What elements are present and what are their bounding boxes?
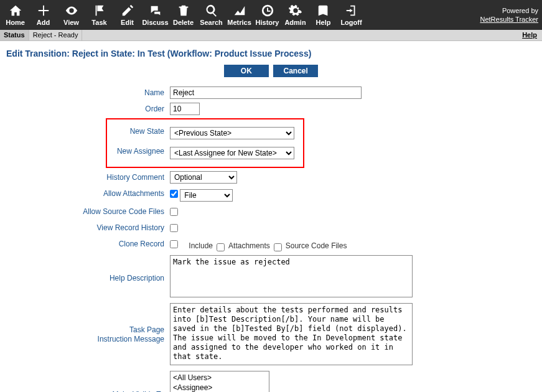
new-state-select[interactable]: <Previous State> (170, 127, 294, 139)
help-button[interactable]: Help (309, 0, 337, 30)
form-table: Name Order New State (6, 83, 536, 392)
clock-icon (261, 4, 274, 17)
view-button[interactable]: View (57, 0, 85, 30)
clone-attachments-checkbox[interactable] (217, 243, 225, 251)
help-description-label: Help Description (6, 254, 169, 300)
visibility-label: Make Visible To Users / User Groups (6, 370, 169, 393)
history-comment-label: History Comment (6, 170, 169, 184)
brand-link[interactable]: NetResults Tracker (480, 16, 538, 23)
admin-button[interactable]: Admin (281, 0, 309, 30)
history-comment-select[interactable]: Optional (170, 171, 237, 184)
task-instruction-textarea[interactable]: Enter details about the tests performed … (170, 303, 413, 365)
visibility-label-l1: Make Visible To (112, 390, 164, 393)
metrics-button[interactable]: Metrics (225, 0, 253, 30)
clone-record-checkbox[interactable] (170, 240, 178, 248)
toolbar-icon-group: Home Add View Task Edit Discuss Delete (1, 0, 365, 30)
eye-icon (65, 4, 78, 17)
chat-icon (149, 4, 162, 17)
allow-source-code-label: Allow Source Code Files (6, 205, 169, 218)
powered-by-label: Powered by (480, 6, 538, 15)
new-state-label: New State (110, 124, 169, 142)
toolbar-label-history: History (256, 19, 279, 26)
view-record-history-label: View Record History (6, 221, 169, 235)
add-button[interactable]: Add (29, 0, 57, 30)
toolbar-label-admin: Admin (284, 19, 306, 26)
page-title: Edit Transition: Reject in State: In Tes… (6, 49, 536, 58)
status-value: Reject - Ready (29, 30, 83, 40)
delete-button[interactable]: Delete (169, 0, 197, 30)
toolbar-label-task: Task (91, 19, 106, 26)
toolbar-label-discuss: Discuss (142, 19, 168, 26)
edit-button[interactable]: Edit (113, 0, 141, 30)
pencil-icon (121, 4, 134, 17)
history-button[interactable]: History (253, 0, 281, 30)
search-button[interactable]: Search (197, 0, 225, 30)
name-label: Name (6, 86, 169, 100)
status-strip-left: Status Reject - Ready (0, 30, 82, 40)
logoff-button[interactable]: Logoff (337, 0, 365, 30)
task-instruction-label-l1: Task Page (129, 325, 164, 334)
ok-button[interactable]: OK (224, 65, 269, 77)
clone-include-label: Include (189, 241, 213, 250)
new-assignee-label: New Assignee (110, 144, 169, 162)
flag-icon (93, 4, 106, 17)
allow-attachments-checkbox[interactable] (170, 190, 178, 198)
allow-source-code-checkbox[interactable] (170, 208, 178, 216)
home-icon (9, 4, 22, 17)
status-strip: Status Reject - Ready Help (0, 30, 542, 41)
cancel-button[interactable]: Cancel (273, 65, 318, 77)
clone-source-checkbox[interactable] (274, 243, 282, 251)
clone-attachments-label: Attachments (228, 241, 270, 250)
allow-attachments-type-select[interactable]: File (180, 189, 233, 202)
new-assignee-select[interactable]: <Last Assignee for New State> (170, 147, 294, 159)
status-label: Status (0, 30, 29, 40)
allow-attachments-label: Allow Attachments (6, 187, 169, 202)
toolbar-label-edit: Edit (121, 19, 134, 26)
chart-icon (233, 4, 246, 17)
toolbar-label-home: Home (6, 19, 25, 26)
toolbar-label-help: Help (316, 19, 331, 26)
toolbar-label-metrics: Metrics (227, 19, 251, 26)
name-input[interactable] (170, 86, 362, 99)
toolbar-label-add: Add (37, 19, 50, 26)
visibility-option-all-users[interactable]: <All Users> (172, 373, 268, 383)
order-label: Order (6, 102, 169, 116)
search-icon (205, 4, 218, 17)
view-record-history-checkbox[interactable] (170, 224, 178, 232)
toolbar-label-delete: Delete (173, 19, 194, 26)
discuss-button[interactable]: Discuss (141, 0, 169, 30)
task-instruction-label: Task Page Instruction Message (6, 302, 169, 368)
visibility-listbox[interactable]: <All Users> <Assignee> <State Manager> <… (170, 371, 269, 393)
plus-icon (37, 4, 50, 17)
book-icon (317, 4, 330, 17)
task-button[interactable]: Task (85, 0, 113, 30)
visibility-option-assignee[interactable]: <Assignee> (172, 383, 268, 393)
toolbar-branding: Powered by NetResults Tracker (480, 6, 538, 24)
toolbar-label-logoff: Logoff (340, 19, 362, 26)
trash-icon (177, 4, 190, 17)
logoff-icon (345, 4, 358, 17)
toolbar-label-view: View (63, 19, 79, 26)
gear-icon (289, 4, 302, 17)
toolbar-label-search: Search (200, 19, 223, 26)
help-description-textarea[interactable]: Mark the issue as rejected (170, 255, 413, 297)
clone-record-label: Clone Record (6, 237, 169, 252)
order-input[interactable] (170, 103, 200, 115)
clone-source-label: Source Code Files (286, 241, 347, 250)
task-instruction-label-l2: Instruction Message (98, 335, 164, 343)
main-toolbar: Home Add View Task Edit Discuss Delete (0, 0, 542, 30)
workarea-scroll[interactable]: Edit Transition: Reject in State: In Tes… (0, 41, 542, 392)
home-button[interactable]: Home (1, 0, 29, 30)
status-help-link[interactable]: Help (517, 30, 542, 40)
